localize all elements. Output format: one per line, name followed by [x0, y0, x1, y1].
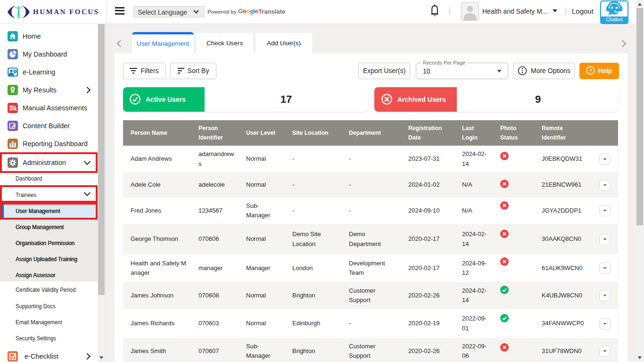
svg-text:?: ?	[589, 68, 592, 74]
